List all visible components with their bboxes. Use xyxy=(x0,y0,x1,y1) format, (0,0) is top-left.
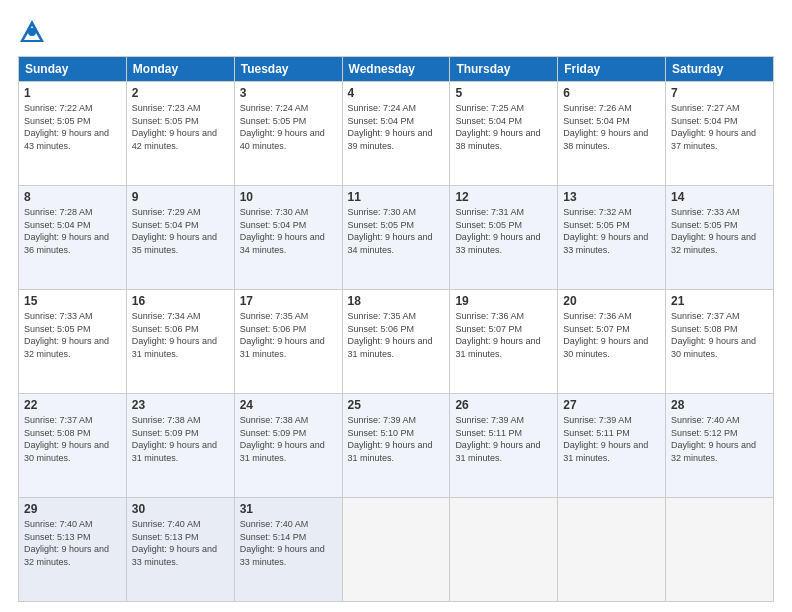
day-number: 12 xyxy=(455,190,552,204)
calendar-cell: 2Sunrise: 7:23 AMSunset: 5:05 PMDaylight… xyxy=(126,82,234,186)
calendar-cell xyxy=(558,498,666,602)
calendar-cell: 18Sunrise: 7:35 AMSunset: 5:06 PMDayligh… xyxy=(342,290,450,394)
header-day-friday: Friday xyxy=(558,57,666,82)
day-info: Sunrise: 7:27 AMSunset: 5:04 PMDaylight:… xyxy=(671,102,768,152)
calendar-cell: 14Sunrise: 7:33 AMSunset: 5:05 PMDayligh… xyxy=(666,186,774,290)
calendar-cell: 26Sunrise: 7:39 AMSunset: 5:11 PMDayligh… xyxy=(450,394,558,498)
day-number: 26 xyxy=(455,398,552,412)
calendar-cell: 16Sunrise: 7:34 AMSunset: 5:06 PMDayligh… xyxy=(126,290,234,394)
day-number: 2 xyxy=(132,86,229,100)
day-number: 31 xyxy=(240,502,337,516)
calendar-week-row: 29Sunrise: 7:40 AMSunset: 5:13 PMDayligh… xyxy=(19,498,774,602)
day-number: 21 xyxy=(671,294,768,308)
calendar-cell: 21Sunrise: 7:37 AMSunset: 5:08 PMDayligh… xyxy=(666,290,774,394)
calendar-cell: 20Sunrise: 7:36 AMSunset: 5:07 PMDayligh… xyxy=(558,290,666,394)
calendar-cell: 24Sunrise: 7:38 AMSunset: 5:09 PMDayligh… xyxy=(234,394,342,498)
calendar-cell: 22Sunrise: 7:37 AMSunset: 5:08 PMDayligh… xyxy=(19,394,127,498)
day-info: Sunrise: 7:37 AMSunset: 5:08 PMDaylight:… xyxy=(24,414,121,464)
day-number: 25 xyxy=(348,398,445,412)
day-number: 17 xyxy=(240,294,337,308)
day-number: 20 xyxy=(563,294,660,308)
calendar-cell: 15Sunrise: 7:33 AMSunset: 5:05 PMDayligh… xyxy=(19,290,127,394)
day-info: Sunrise: 7:34 AMSunset: 5:06 PMDaylight:… xyxy=(132,310,229,360)
calendar-cell xyxy=(450,498,558,602)
calendar-cell: 30Sunrise: 7:40 AMSunset: 5:13 PMDayligh… xyxy=(126,498,234,602)
header-day-wednesday: Wednesday xyxy=(342,57,450,82)
day-info: Sunrise: 7:24 AMSunset: 5:05 PMDaylight:… xyxy=(240,102,337,152)
day-info: Sunrise: 7:40 AMSunset: 5:13 PMDaylight:… xyxy=(132,518,229,568)
day-info: Sunrise: 7:29 AMSunset: 5:04 PMDaylight:… xyxy=(132,206,229,256)
calendar-cell: 31Sunrise: 7:40 AMSunset: 5:14 PMDayligh… xyxy=(234,498,342,602)
day-number: 15 xyxy=(24,294,121,308)
day-number: 24 xyxy=(240,398,337,412)
day-info: Sunrise: 7:40 AMSunset: 5:14 PMDaylight:… xyxy=(240,518,337,568)
calendar-cell: 10Sunrise: 7:30 AMSunset: 5:04 PMDayligh… xyxy=(234,186,342,290)
day-info: Sunrise: 7:32 AMSunset: 5:05 PMDaylight:… xyxy=(563,206,660,256)
calendar-cell: 1Sunrise: 7:22 AMSunset: 5:05 PMDaylight… xyxy=(19,82,127,186)
day-number: 4 xyxy=(348,86,445,100)
day-info: Sunrise: 7:35 AMSunset: 5:06 PMDaylight:… xyxy=(240,310,337,360)
day-info: Sunrise: 7:33 AMSunset: 5:05 PMDaylight:… xyxy=(24,310,121,360)
day-number: 28 xyxy=(671,398,768,412)
calendar-cell: 28Sunrise: 7:40 AMSunset: 5:12 PMDayligh… xyxy=(666,394,774,498)
logo xyxy=(18,18,50,46)
header-day-sunday: Sunday xyxy=(19,57,127,82)
day-info: Sunrise: 7:38 AMSunset: 5:09 PMDaylight:… xyxy=(132,414,229,464)
calendar-cell: 4Sunrise: 7:24 AMSunset: 5:04 PMDaylight… xyxy=(342,82,450,186)
header-day-monday: Monday xyxy=(126,57,234,82)
day-info: Sunrise: 7:35 AMSunset: 5:06 PMDaylight:… xyxy=(348,310,445,360)
day-info: Sunrise: 7:23 AMSunset: 5:05 PMDaylight:… xyxy=(132,102,229,152)
day-info: Sunrise: 7:30 AMSunset: 5:04 PMDaylight:… xyxy=(240,206,337,256)
calendar-cell: 6Sunrise: 7:26 AMSunset: 5:04 PMDaylight… xyxy=(558,82,666,186)
calendar-cell xyxy=(666,498,774,602)
svg-point-2 xyxy=(28,28,36,36)
calendar-cell: 17Sunrise: 7:35 AMSunset: 5:06 PMDayligh… xyxy=(234,290,342,394)
day-info: Sunrise: 7:26 AMSunset: 5:04 PMDaylight:… xyxy=(563,102,660,152)
calendar-cell: 13Sunrise: 7:32 AMSunset: 5:05 PMDayligh… xyxy=(558,186,666,290)
calendar-header-row: SundayMondayTuesdayWednesdayThursdayFrid… xyxy=(19,57,774,82)
calendar-cell: 25Sunrise: 7:39 AMSunset: 5:10 PMDayligh… xyxy=(342,394,450,498)
day-info: Sunrise: 7:40 AMSunset: 5:12 PMDaylight:… xyxy=(671,414,768,464)
calendar-page: SundayMondayTuesdayWednesdayThursdayFrid… xyxy=(0,0,792,612)
calendar-week-row: 8Sunrise: 7:28 AMSunset: 5:04 PMDaylight… xyxy=(19,186,774,290)
day-number: 27 xyxy=(563,398,660,412)
day-number: 8 xyxy=(24,190,121,204)
calendar-cell: 11Sunrise: 7:30 AMSunset: 5:05 PMDayligh… xyxy=(342,186,450,290)
day-info: Sunrise: 7:28 AMSunset: 5:04 PMDaylight:… xyxy=(24,206,121,256)
calendar-cell: 19Sunrise: 7:36 AMSunset: 5:07 PMDayligh… xyxy=(450,290,558,394)
day-info: Sunrise: 7:31 AMSunset: 5:05 PMDaylight:… xyxy=(455,206,552,256)
day-info: Sunrise: 7:30 AMSunset: 5:05 PMDaylight:… xyxy=(348,206,445,256)
day-info: Sunrise: 7:25 AMSunset: 5:04 PMDaylight:… xyxy=(455,102,552,152)
calendar-cell xyxy=(342,498,450,602)
day-number: 11 xyxy=(348,190,445,204)
calendar-week-row: 22Sunrise: 7:37 AMSunset: 5:08 PMDayligh… xyxy=(19,394,774,498)
calendar-cell: 23Sunrise: 7:38 AMSunset: 5:09 PMDayligh… xyxy=(126,394,234,498)
day-info: Sunrise: 7:24 AMSunset: 5:04 PMDaylight:… xyxy=(348,102,445,152)
calendar-cell: 12Sunrise: 7:31 AMSunset: 5:05 PMDayligh… xyxy=(450,186,558,290)
day-number: 10 xyxy=(240,190,337,204)
calendar-cell: 9Sunrise: 7:29 AMSunset: 5:04 PMDaylight… xyxy=(126,186,234,290)
calendar-cell: 3Sunrise: 7:24 AMSunset: 5:05 PMDaylight… xyxy=(234,82,342,186)
calendar-cell: 29Sunrise: 7:40 AMSunset: 5:13 PMDayligh… xyxy=(19,498,127,602)
day-number: 18 xyxy=(348,294,445,308)
calendar-table: SundayMondayTuesdayWednesdayThursdayFrid… xyxy=(18,56,774,602)
day-number: 14 xyxy=(671,190,768,204)
day-number: 6 xyxy=(563,86,660,100)
day-number: 16 xyxy=(132,294,229,308)
calendar-week-row: 1Sunrise: 7:22 AMSunset: 5:05 PMDaylight… xyxy=(19,82,774,186)
day-number: 5 xyxy=(455,86,552,100)
header-day-tuesday: Tuesday xyxy=(234,57,342,82)
day-info: Sunrise: 7:33 AMSunset: 5:05 PMDaylight:… xyxy=(671,206,768,256)
header-day-thursday: Thursday xyxy=(450,57,558,82)
day-info: Sunrise: 7:36 AMSunset: 5:07 PMDaylight:… xyxy=(455,310,552,360)
day-info: Sunrise: 7:39 AMSunset: 5:10 PMDaylight:… xyxy=(348,414,445,464)
calendar-cell: 8Sunrise: 7:28 AMSunset: 5:04 PMDaylight… xyxy=(19,186,127,290)
day-info: Sunrise: 7:39 AMSunset: 5:11 PMDaylight:… xyxy=(455,414,552,464)
day-number: 9 xyxy=(132,190,229,204)
day-info: Sunrise: 7:40 AMSunset: 5:13 PMDaylight:… xyxy=(24,518,121,568)
calendar-cell: 7Sunrise: 7:27 AMSunset: 5:04 PMDaylight… xyxy=(666,82,774,186)
day-number: 1 xyxy=(24,86,121,100)
day-info: Sunrise: 7:38 AMSunset: 5:09 PMDaylight:… xyxy=(240,414,337,464)
header-day-saturday: Saturday xyxy=(666,57,774,82)
day-number: 29 xyxy=(24,502,121,516)
